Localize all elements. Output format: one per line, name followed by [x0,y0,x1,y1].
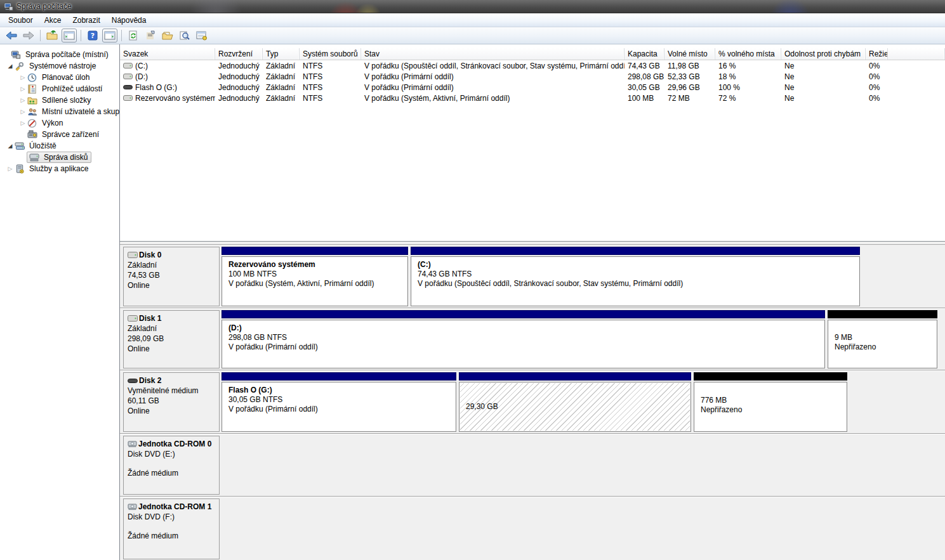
column-header-stav[interactable]: Stav [361,48,624,60]
properties-icon[interactable] [143,29,158,42]
disk-1-row: Disk 1 Základní 298,09 GB Online (D:) 29… [120,308,945,370]
disk-icon [128,315,138,322]
unallocated-space-9mb[interactable]: 9 MB Nepřiřazeno [828,310,937,368]
tools-icon [14,61,25,71]
volume-row-d[interactable]: (D:) Jednoduchý Základní NTFS V pořádku … [120,71,945,82]
graphical-view: Disk 0 Základní 74,53 GB Online Rezervov… [120,245,945,560]
primary-partition-bar [221,247,408,255]
disk-2-row: Disk 2 Vyměnitelné médium 60,11 GB Onlin… [120,370,945,434]
volume-row-c[interactable]: (C:) Jednoduchý Základní NTFS V pořádku … [120,60,945,71]
event-viewer-icon [27,84,37,94]
cdrom-icon [128,503,137,511]
title-bar: Správa počítače [0,0,945,13]
window-title: Správa počítače [17,2,72,11]
disk-0-label[interactable]: Disk 0 Základní 74,53 GB Online [123,247,220,306]
device-manager-icon [27,129,37,140]
customize-view-icon[interactable] [194,29,209,42]
partition-system-reserved[interactable]: Rezervováno systémem 100 MB NTFS V pořád… [221,247,408,306]
removable-disk-icon [128,378,138,384]
tree-item-disk-management[interactable]: Správa disků [0,152,119,163]
tree-item-device-manager[interactable]: Správce zařízení [0,129,119,140]
toolbar-separator [81,30,81,41]
disk-1-label[interactable]: Disk 1 Základní 298,09 GB Online [123,310,220,368]
volume-row-flash-g[interactable]: Flash O (G:) Jednoduchý Základní NTFS V … [120,82,945,93]
cdrom-0-label[interactable]: Jednotka CD-ROM 0 Disk DVD (E:) Žádné mé… [123,436,220,495]
column-header-typ[interactable]: Typ [263,48,300,60]
tree-item-system-tools[interactable]: Systémové nástroje [0,60,119,72]
tree-item-storage[interactable]: Úložiště [0,140,119,152]
column-header-pct-volneho-mista[interactable]: % volného místa [715,48,781,60]
cdrom-1-label[interactable]: Jednotka CD-ROM 1 Disk DVD (F:) Žádné mé… [123,498,220,559]
partition-flash-g[interactable]: Flash O (G:) 30,05 GB NTFS V pořádku (Pr… [221,372,456,432]
unallocated-space-776mb[interactable]: 776 MB Nepřiřazeno [694,372,847,432]
export-list-icon[interactable] [160,29,175,42]
expander-collapsed[interactable] [19,108,27,115]
volume-icon [123,95,133,101]
show-console-tree-toggle[interactable] [62,29,77,42]
main-area: Správa počítače (místní) Systémové nástr… [0,44,945,560]
column-header-rozvrzeni[interactable]: Rozvržení [215,48,263,60]
partition-d[interactable]: (D:) 298,08 GB NTFS V pořádku (Primární … [221,310,825,368]
column-header-kapacita[interactable]: Kapacita [624,48,664,60]
removable-volume-icon [123,84,133,90]
performance-icon [27,118,37,128]
volume-row-system-reserved[interactable]: Rezervováno systémem Jednoduchý Základní… [120,93,945,103]
menu-akce[interactable]: Akce [39,15,67,26]
find-icon[interactable] [177,29,192,42]
svg-text:?: ? [91,32,95,40]
expander-collapsed[interactable] [19,86,27,92]
disk-0-row: Disk 0 Základní 74,53 GB Online Rezervov… [120,245,945,308]
storage-icon [14,141,25,151]
column-header-system-souboru[interactable]: Systém souborů [300,48,361,60]
up-folder-icon[interactable] [44,29,60,42]
task-scheduler-icon [27,72,37,82]
partition-c[interactable]: (C:) 74,43 GB NTFS V pořádku (Spouštěcí … [411,247,860,306]
unallocated-bar [694,372,847,381]
disk-2-label[interactable]: Disk 2 Vyměnitelné médium 60,11 GB Onlin… [123,372,220,432]
menu-zobrazit[interactable]: Zobrazit [67,15,105,26]
tree-item-shared-folders[interactable]: Sdílené složky [0,94,119,106]
menu-soubor[interactable]: Soubor [3,15,39,26]
help-icon[interactable]: ? [85,29,100,42]
volume-icon [123,63,133,68]
expander-collapsed[interactable] [6,166,14,172]
refresh-icon[interactable] [126,29,141,42]
primary-partition-bar [221,310,825,318]
expander-expanded[interactable] [6,63,14,69]
tree-item-local-users-and-groups[interactable]: Místní uživatelé a skupiny [0,106,119,117]
tree-item-task-scheduler[interactable]: Plánovač úloh [0,72,119,83]
tree-item-services-and-applications[interactable]: Služby a aplikace [0,163,119,174]
column-header-volne-misto[interactable]: Volné místo [664,48,715,60]
primary-partition-bar [411,247,860,255]
app-icon [4,2,13,11]
column-header-svazek[interactable]: Svazek [120,48,215,60]
volume-icon [123,74,133,79]
tree-item-computer-management[interactable]: Správa počítače (místní) [0,49,119,60]
menu-napoveda[interactable]: Nápověda [106,15,152,26]
toolbar-separator [121,30,122,41]
column-header-rezie[interactable]: Režie [866,48,888,60]
expander-collapsed[interactable] [19,74,27,81]
local-users-icon [27,107,37,117]
column-header-odolnost[interactable]: Odolnost proti chybám [781,48,866,60]
expander-expanded[interactable] [6,143,14,149]
expander-collapsed[interactable] [19,97,27,103]
expander-collapsed[interactable] [19,120,27,126]
menu-bar: Soubor Akce Zobrazit Nápověda [0,13,945,27]
disk-management-icon [29,152,39,162]
partition-unformatted-29gb[interactable]: 29,30 GB [459,372,691,432]
tree-item-performance[interactable]: Výkon [0,117,119,129]
volume-list-header: Svazek Rozvržení Typ Systém souborů Stav… [120,48,945,60]
cdrom-icon [128,440,137,448]
back-button[interactable] [4,29,19,42]
unallocated-bar [828,310,937,318]
volume-list: Svazek Rozvržení Typ Systém souborů Stav… [120,44,945,242]
forward-button[interactable] [21,29,36,42]
disk-icon [128,252,138,258]
disk-management-pane: Svazek Rozvržení Typ Systém souborů Stav… [120,44,945,560]
column-header-filler [888,48,945,60]
services-icon [14,164,25,174]
computer-icon [10,49,21,60]
show-action-pane-toggle[interactable] [102,29,117,42]
tree-item-event-viewer[interactable]: Prohlížeč událostí [0,83,119,94]
